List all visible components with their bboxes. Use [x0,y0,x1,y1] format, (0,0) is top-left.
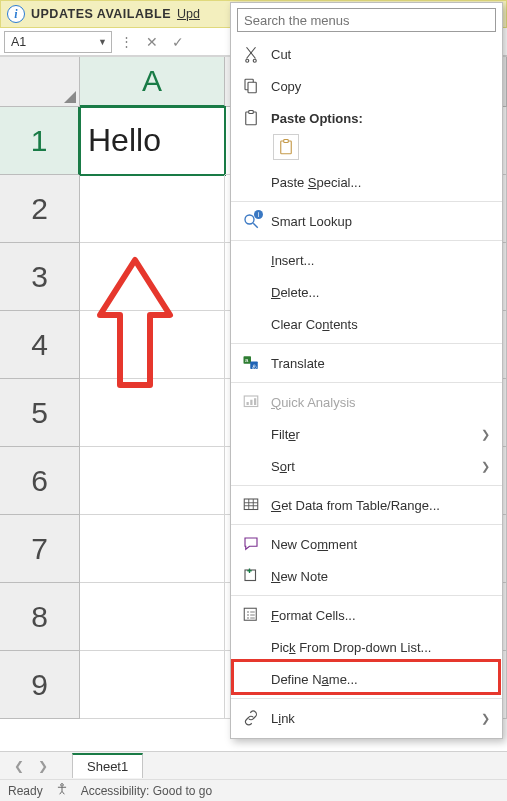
cancel-formula-icon[interactable]: ✕ [142,34,162,50]
status-bar: Ready Accessibility: Good to go [0,779,507,801]
menu-cut-label: Cut [271,47,490,62]
row-header-1[interactable]: 1 [0,107,80,175]
menu-pick-list[interactable]: Pick From Drop-down List... [231,631,502,663]
menu-insert-label: Insert... [271,253,490,268]
cell-a1[interactable]: Hello [80,107,225,175]
menu-define-name-label: Define Name... [271,672,490,687]
sheet-nav-next[interactable]: ❯ [34,759,52,773]
menu-divider [231,201,502,202]
format-cells-icon [241,606,261,624]
cell-a5[interactable] [80,379,225,447]
cell-a8[interactable] [80,583,225,651]
select-all-corner[interactable] [0,57,80,107]
menu-get-data[interactable]: Get Data from Table/Range... [231,489,502,521]
menu-new-note[interactable]: New Note [231,560,502,592]
svg-rect-3 [249,111,254,114]
svg-rect-5 [284,140,289,143]
cut-icon [241,45,261,63]
svg-rect-13 [247,402,249,405]
svg-rect-24 [244,608,256,620]
menu-delete[interactable]: Delete... [231,276,502,308]
paste-default-button[interactable] [273,134,299,160]
comment-icon [241,535,261,553]
menu-new-comment-label: New Comment [271,537,490,552]
quick-analysis-icon [241,393,261,411]
svg-rect-15 [254,398,256,405]
svg-point-6 [245,215,254,224]
menu-insert[interactable]: Insert... [231,244,502,276]
chevron-down-icon[interactable]: ▼ [98,37,107,47]
clipboard-icon [241,109,261,127]
row-header-2[interactable]: 2 [0,175,80,243]
menu-filter-label: Filter [271,427,471,442]
cell-a9[interactable] [80,651,225,719]
chevron-right-icon: ❯ [481,460,490,473]
sheet-tabs: ❮ ❯ Sheet1 [0,751,507,779]
row-header-5[interactable]: 5 [0,379,80,447]
menu-delete-label: Delete... [271,285,490,300]
menu-sort[interactable]: Sort ❯ [231,450,502,482]
row-header-9[interactable]: 9 [0,651,80,719]
cell-a3[interactable] [80,243,225,311]
row-header-3[interactable]: 3 [0,243,80,311]
menu-translate[interactable]: aあ Translate [231,347,502,379]
cell-a6[interactable] [80,447,225,515]
svg-rect-1 [248,82,256,93]
menu-search-wrap [237,8,496,32]
menu-filter[interactable]: Filter ❯ [231,418,502,450]
menu-quick-analysis: Quick Analysis [231,386,502,418]
chevron-right-icon: ❯ [481,428,490,441]
svg-line-7 [253,223,258,228]
menu-paste-special[interactable]: Paste Special... [231,166,502,198]
context-menu: Cut Copy Paste Options: Paste Special...… [230,2,503,739]
menu-pick-list-label: Pick From Drop-down List... [271,640,490,655]
copy-icon [241,77,261,95]
row-header-8[interactable]: 8 [0,583,80,651]
cell-a7[interactable] [80,515,225,583]
row-header-6[interactable]: 6 [0,447,80,515]
menu-divider [231,485,502,486]
menu-smart-lookup[interactable]: i Smart Lookup [231,205,502,237]
row-header-4[interactable]: 4 [0,311,80,379]
menu-sort-label: Sort [271,459,471,474]
menu-clear-contents[interactable]: Clear Contents [231,308,502,340]
menu-copy-label: Copy [271,79,490,94]
svg-point-25 [247,611,249,613]
cell-a2[interactable] [80,175,225,243]
formula-bar-grip: ⋮ [118,34,136,49]
svg-point-31 [60,784,63,787]
menu-define-name[interactable]: Define Name... [231,663,502,695]
menu-format-cells[interactable]: Format Cells... [231,599,502,631]
menu-translate-label: Translate [271,356,490,371]
chevron-right-icon: ❯ [481,712,490,725]
sheet-tab-sheet1[interactable]: Sheet1 [72,753,143,778]
cell-a4[interactable] [80,311,225,379]
accessibility-icon [55,782,69,799]
row-header-7[interactable]: 7 [0,515,80,583]
menu-search-input[interactable] [237,8,496,32]
menu-divider [231,240,502,241]
name-box-value: A1 [11,35,26,49]
updates-text: UPDATES AVAILABLE [31,7,171,21]
menu-divider [231,698,502,699]
menu-link[interactable]: Link ❯ [231,702,502,734]
menu-cut[interactable]: Cut [231,38,502,70]
sheet-nav-prev[interactable]: ❮ [10,759,28,773]
column-header-a[interactable]: A [80,57,225,107]
menu-clear-contents-label: Clear Contents [271,317,490,332]
menu-copy[interactable]: Copy [231,70,502,102]
menu-paste-special-label: Paste Special... [271,175,490,190]
menu-quick-analysis-label: Quick Analysis [271,395,490,410]
menu-new-comment[interactable]: New Comment [231,528,502,560]
accept-formula-icon[interactable]: ✓ [168,34,188,50]
menu-paste-options-label: Paste Options: [271,111,490,126]
info-icon: i [7,5,25,23]
table-icon [241,496,261,514]
updates-link[interactable]: Upd [177,7,200,21]
name-box[interactable]: A1 ▼ [4,31,112,53]
menu-divider [231,524,502,525]
svg-point-27 [247,617,249,619]
search-icon: i [241,212,261,230]
sheet-tab-label: Sheet1 [87,759,128,774]
menu-get-data-label: Get Data from Table/Range... [271,498,490,513]
